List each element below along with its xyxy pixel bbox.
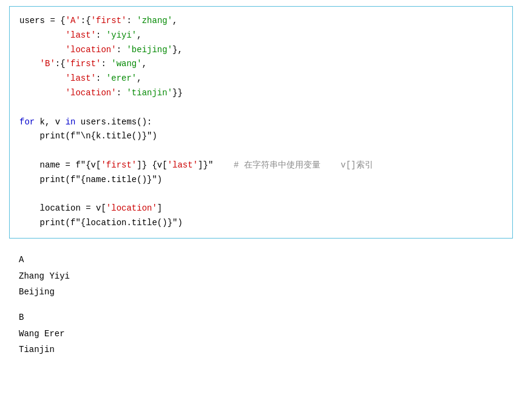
output-panel: AZhang YiyiBeijingBWang ErerTianjin <box>9 249 513 361</box>
code-line-l13 <box>19 188 503 202</box>
output-gap <box>19 300 503 310</box>
code-line-l15: print(f"{location.title()}") <box>19 216 503 231</box>
code-line-l14: location = v['location'] <box>19 202 503 216</box>
code-line-l5: 'last': 'erer', <box>19 72 503 86</box>
output-line: Beijing <box>19 284 503 300</box>
output-line: Zhang Yiyi <box>19 268 503 285</box>
code-line-l6: 'location': 'tianjin'}} <box>19 86 503 101</box>
output-line: Wang Erer <box>19 326 503 342</box>
code-line-l11: name = f"{v['first']} {v['last']}" # 在字符… <box>19 158 503 173</box>
code-line-l9: print(f"\n{k.title()}") <box>19 129 503 144</box>
code-line-l4: 'B':{'first': 'wang', <box>19 57 503 72</box>
code-line-l1: users = {'A':{'first': 'zhang', <box>19 14 503 29</box>
output-line: A <box>19 252 503 268</box>
code-editor: users = {'A':{'first': 'zhang', 'last': … <box>9 6 513 239</box>
output-line: B <box>19 310 503 326</box>
code-line-l12: print(f"{name.title()}") <box>19 173 503 188</box>
output-line: Tianjin <box>19 342 503 358</box>
code-line-l3: 'location': 'beijing'}, <box>19 43 503 58</box>
code-line-l8: for k, v in users.items(): <box>19 115 503 130</box>
code-line-l2: 'last': 'yiyi', <box>19 29 503 43</box>
code-line-l10 <box>19 144 503 158</box>
code-line-l7 <box>19 101 503 115</box>
